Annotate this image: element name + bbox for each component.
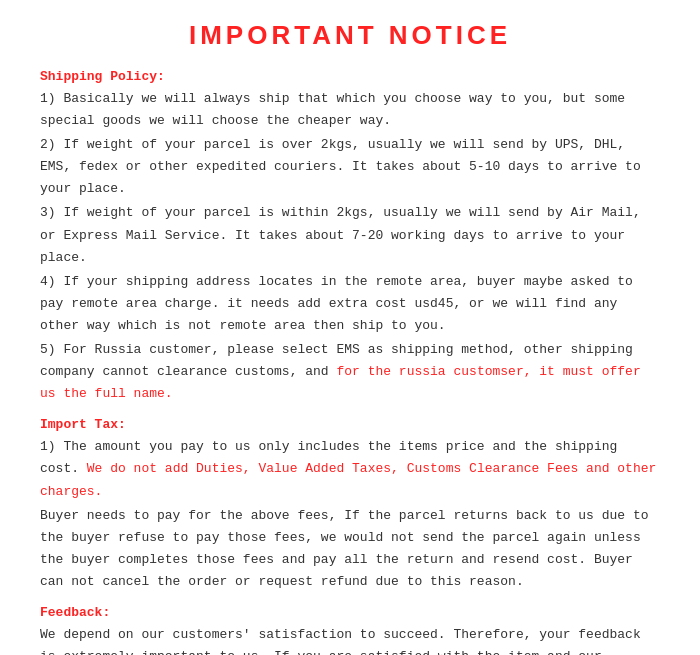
page-title: IMPORTANT NOTICE (40, 20, 660, 51)
shipping-item-5: 5) For Russia customer, please select EM… (40, 339, 660, 405)
shipping-item-1: 1) Basically we will always ship that wh… (40, 88, 660, 132)
import-tax-heading: Import Tax: (40, 417, 660, 432)
shipping-item-2: 2) If weight of your parcel is over 2kgs… (40, 134, 660, 200)
shipping-item-3: 3) If weight of your parcel is within 2k… (40, 202, 660, 268)
feedback-heading: Feedback: (40, 605, 660, 620)
shipping-item-4: 4) If your shipping address locates in t… (40, 271, 660, 337)
import-tax-item1: 1) The amount you pay to us only include… (40, 436, 660, 502)
import-tax-item2: Buyer needs to pay for the above fees, I… (40, 505, 660, 593)
feedback-text: We depend on our customers' satisfaction… (40, 624, 660, 655)
shipping-policy-section: Shipping Policy: 1) Basically we will al… (40, 69, 660, 405)
feedback-section: Feedback: We depend on our customers' sa… (40, 605, 660, 655)
shipping-policy-heading: Shipping Policy: (40, 69, 660, 84)
import-tax-section: Import Tax: 1) The amount you pay to us … (40, 417, 660, 593)
